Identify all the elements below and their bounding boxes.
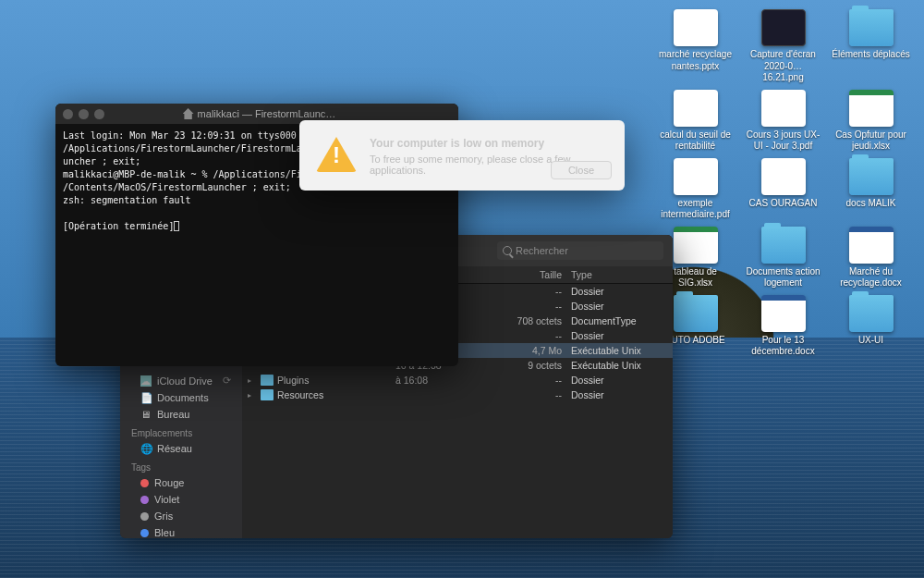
table-row[interactable]: ▸Resources--Dossier	[242, 387, 673, 402]
file-thumb	[674, 9, 718, 46]
sidebar-item-desktop[interactable]: 🖥Bureau	[120, 406, 242, 423]
traffic-minimize[interactable]	[79, 109, 89, 119]
file-thumb	[761, 90, 806, 127]
tag-dot-icon	[140, 496, 149, 504]
traffic-close[interactable]	[63, 109, 73, 119]
file-label: Marché du recyclage.docx	[832, 266, 910, 289]
desktop-file-icon[interactable]: Cas Opfutur pour jeudi.xlsx	[832, 90, 910, 153]
tag-dot-icon	[140, 479, 149, 487]
tag-label: Bleu	[154, 527, 175, 538]
desktop-file-icon[interactable]: UX-UI	[832, 295, 910, 358]
file-thumb	[761, 9, 806, 46]
desktop-file-icon[interactable]: Cours 3 jours UX-UI - Jour 3.pdf	[744, 90, 822, 153]
desktop-file-icon[interactable]: CAS OURAGAN	[744, 158, 822, 221]
file-label: Pour le 13 décembre.docx	[744, 335, 822, 358]
desktop-file-icon[interactable]: exemple intermediaire.pdf	[656, 158, 735, 221]
finder-search[interactable]: Rechercher	[497, 241, 663, 260]
traffic-maximize[interactable]	[94, 109, 104, 119]
desktop-icons-area: marché recyclage nantes.pptxCapture d'éc…	[656, 9, 915, 358]
sidebar-tag[interactable]: Rouge	[120, 474, 242, 491]
terminal-title: malikkaci — FirestormLaunc…	[110, 108, 408, 119]
file-thumb	[761, 295, 806, 332]
file-label: marché recyclage nantes.pptx	[656, 49, 735, 72]
tag-label: Gris	[154, 510, 173, 522]
file-label: Éléments déplacés	[832, 49, 910, 61]
tag-dot-icon	[140, 529, 149, 537]
file-label: calcul du seuil de rentabilité	[656, 129, 735, 153]
desktop-file-icon[interactable]: Marché du recyclage.docx	[832, 227, 910, 289]
file-thumb	[849, 90, 894, 127]
file-thumb	[674, 158, 718, 195]
table-row[interactable]: ▸Pluginsà 16:08--Dossier	[242, 373, 673, 387]
file-label: Documents action logement	[744, 266, 822, 289]
file-label: TUTO ADOBE	[665, 335, 724, 347]
tag-label: Violet	[154, 494, 179, 505]
sidebar-item-network[interactable]: 🌐Réseau	[120, 440, 242, 457]
sidebar-item-documents[interactable]: 📄Documents	[120, 389, 242, 406]
file-thumb	[849, 227, 894, 264]
warning-icon: !	[316, 137, 357, 178]
file-label: exemple intermediaire.pdf	[656, 198, 735, 221]
file-thumb	[849, 295, 894, 332]
file-thumb	[761, 227, 806, 264]
file-thumb	[674, 227, 718, 264]
desktop-file-icon[interactable]: Pour le 13 décembre.docx	[744, 295, 822, 358]
sidebar-item-icloud[interactable]: ☁︎iCloud Drive⟳	[120, 372, 242, 389]
desktop-file-icon[interactable]: Éléments déplacés	[832, 9, 910, 84]
alert-title: Your computer is low on memory	[370, 137, 608, 150]
desktop-file-icon[interactable]: marché recyclage nantes.pptx	[656, 9, 735, 84]
desktop-file-icon[interactable]: Capture d'écran 2020-0…16.21.png	[744, 9, 822, 84]
tag-label: Rouge	[154, 477, 184, 488]
file-thumb	[674, 295, 718, 332]
tag-dot-icon	[140, 512, 149, 521]
desktop-file-icon[interactable]: calcul du seuil de rentabilité	[656, 90, 735, 153]
sidebar-tag[interactable]: Bleu	[120, 524, 242, 538]
sidebar-section-locations: Emplacements	[120, 423, 242, 440]
sidebar-tag[interactable]: Gris	[120, 508, 242, 524]
search-icon	[503, 246, 512, 255]
file-label: CAS OURAGAN	[749, 198, 818, 210]
file-label: UX-UI	[858, 335, 883, 347]
file-thumb	[761, 158, 806, 195]
search-placeholder: Rechercher	[516, 245, 568, 256]
file-label: Cours 3 jours UX-UI - Jour 3.pdf	[744, 129, 822, 153]
low-memory-alert: ! Your computer is low on memory To free…	[299, 120, 625, 191]
col-size[interactable]: Taille	[506, 269, 571, 280]
file-thumb	[849, 158, 894, 195]
file-label: Cas Opfutur pour jeudi.xlsx	[832, 129, 910, 153]
col-kind[interactable]: Type	[571, 269, 667, 280]
sidebar-tag[interactable]: Violet	[120, 491, 242, 508]
desktop-file-icon[interactable]: docs MALIK	[832, 158, 910, 221]
sidebar-section-tags: Tags	[120, 457, 242, 474]
file-thumb	[849, 9, 894, 46]
desktop-file-icon[interactable]: Documents action logement	[744, 227, 822, 289]
alert-close-button[interactable]: Close	[551, 161, 612, 179]
file-thumb	[674, 90, 718, 127]
file-label: Capture d'écran 2020-0…16.21.png	[744, 49, 822, 84]
home-icon	[183, 108, 194, 119]
file-label: docs MALIK	[846, 198, 896, 210]
